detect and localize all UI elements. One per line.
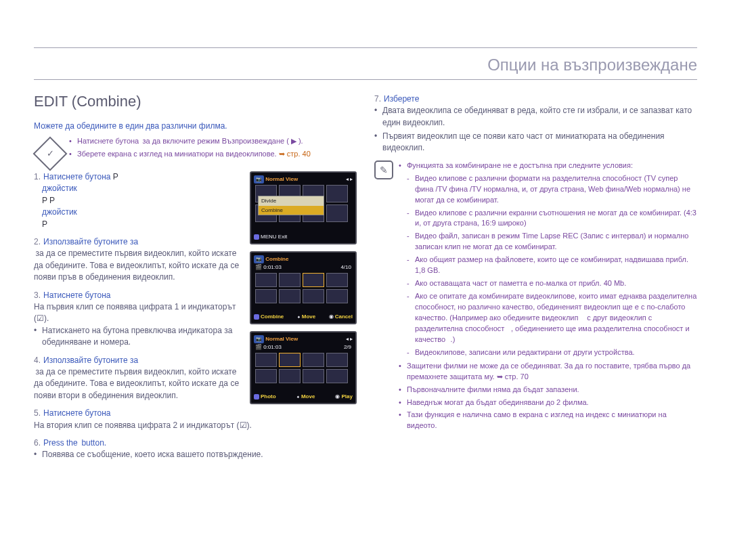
- step-3-bullet: Натискането на бутона превключва индикат…: [34, 325, 357, 349]
- note-icon: ✎: [374, 160, 393, 179]
- step-6-bullet: Появява се съобщение, което иска вашето …: [34, 449, 357, 460]
- page-ref: ➥ стр. 40: [279, 150, 311, 158]
- menu-item-divide: Divide: [259, 196, 324, 206]
- check-icon: ✓: [33, 137, 68, 171]
- step-7: 7.Изберете Двата видеоклипа се обединява…: [374, 93, 697, 154]
- note-bullet: Първоначалните филми няма да бъдат запаз…: [399, 385, 697, 395]
- pre-bullet: Натиснете бутона за да включите режим Въ…: [69, 136, 357, 147]
- note-bullet: Защитени филми не може да се обединяват.…: [399, 361, 697, 383]
- note-dash: Видео клипове с различни екранни съотнош…: [407, 208, 697, 230]
- note-dash: Видеоклипове, записани или редактирани о…: [407, 347, 697, 358]
- note-dash: Ако се опитате да комбинирате видеоклипо…: [407, 291, 697, 345]
- step-6: 6.Press the button. Появява се съобщение…: [34, 437, 357, 461]
- note-bullet: Наведнъж могат да бъдат обединявани до 2…: [399, 397, 697, 408]
- step-7-bullet: Първият видеоклип ще се появи като част …: [374, 131, 697, 154]
- pre-bullet: Зберете екрана с изглед на миниатюри на …: [69, 149, 357, 160]
- menu-item-combine: Combine: [259, 206, 324, 215]
- subtitle: Можете да обедините в един два различни …: [34, 121, 357, 132]
- pre-bullet-text: Зберете екрана с изглед на миниатюри на …: [77, 150, 277, 158]
- note-dash: Видео клипове с различни формати на разд…: [407, 173, 697, 206]
- section-title: Опции на възпроизвеждане: [487, 53, 697, 77]
- note-dash: Ако общият размер на файловете, които ще…: [407, 255, 697, 276]
- step-5: 5.Натиснете бутона На втория клип се поя…: [34, 408, 357, 431]
- note-bullet: Тази функция е налична само в екрана с и…: [399, 410, 697, 431]
- step-7-bullet: Двата видеоклипа се обединяват в реда, к…: [374, 105, 697, 129]
- screenshot-combine-grid: 📷 Combine 🎬 0:01:03 4/10 Combine: [250, 251, 357, 324]
- note-dash: Ако оставащата част от паметта е по-малк…: [407, 278, 697, 289]
- note-dash: Видео файл, записан в режим Time Lapse R…: [407, 231, 697, 253]
- screenshot-normal-view-menu: 📷 Normal View ◂ ▸ Divide Combine MENU Ex…: [250, 171, 357, 244]
- page-title: EDIT (Combine): [34, 91, 357, 112]
- note-intro: Функцията за комбиниране не е достъпна п…: [399, 160, 697, 171]
